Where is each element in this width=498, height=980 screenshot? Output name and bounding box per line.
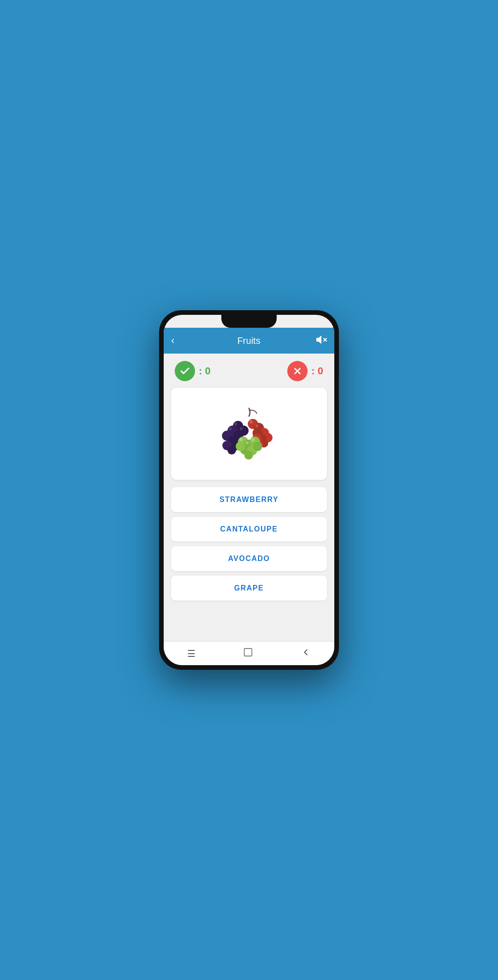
svg-point-27 <box>255 425 259 428</box>
answer-btn-cantaloupe[interactable]: CANTALOUPE <box>171 517 327 542</box>
nav-back-icon[interactable] <box>291 643 320 663</box>
svg-point-26 <box>249 420 253 424</box>
svg-point-37 <box>245 441 249 444</box>
score-row: : 0 : 0 <box>171 361 327 381</box>
phone-inner: ‹ Fruits : 0 <box>164 315 334 665</box>
mute-icon[interactable] <box>316 334 327 348</box>
svg-point-15 <box>229 427 232 431</box>
nav-home-icon[interactable] <box>234 643 262 663</box>
fruit-image <box>210 399 288 468</box>
svg-marker-0 <box>317 337 321 343</box>
answer-btn-avocado[interactable]: AVOCADO <box>171 546 327 571</box>
svg-point-35 <box>253 442 262 451</box>
back-button[interactable]: ‹ <box>171 335 174 347</box>
svg-rect-39 <box>244 649 252 656</box>
nav-menu-icon[interactable]: ☰ <box>178 644 205 663</box>
correct-score: : 0 <box>175 361 211 381</box>
main-content: : 0 : 0 <box>164 354 334 641</box>
svg-point-34 <box>236 442 245 451</box>
phone-shell: ‹ Fruits : 0 <box>159 310 339 670</box>
image-card <box>171 388 327 480</box>
svg-point-38 <box>251 438 255 441</box>
answer-btn-strawberry[interactable]: STRAWBERRY <box>171 487 327 512</box>
answer-btn-grape[interactable]: GRAPE <box>171 576 327 601</box>
svg-point-33 <box>244 451 253 460</box>
wrong-score: : 0 <box>287 361 323 381</box>
svg-point-36 <box>240 438 243 441</box>
grapes-svg <box>210 399 288 468</box>
x-circle <box>287 361 308 381</box>
wrong-count: : 0 <box>311 365 323 377</box>
nav-bar: ☰ <box>164 641 334 665</box>
svg-point-16 <box>240 427 243 431</box>
check-circle <box>175 361 195 381</box>
svg-point-14 <box>234 422 237 425</box>
app-title: Fruits <box>182 336 316 346</box>
app-bar: ‹ Fruits <box>164 328 334 354</box>
correct-count: : 0 <box>199 365 211 377</box>
svg-point-13 <box>227 446 236 455</box>
